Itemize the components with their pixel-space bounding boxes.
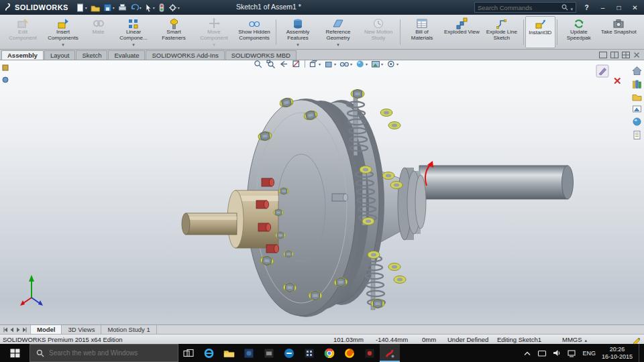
hide-show-items-icon[interactable] bbox=[339, 60, 352, 68]
tab-motion-study-1[interactable]: Motion Study 1 bbox=[101, 325, 156, 334]
pane-quad-icon[interactable] bbox=[622, 52, 630, 58]
previous-view-icon[interactable] bbox=[279, 60, 288, 68]
tab-solidworks-mbd[interactable]: SOLIDWORKS MBD bbox=[225, 50, 297, 60]
options-button[interactable] bbox=[168, 2, 180, 13]
custom-properties-icon[interactable] bbox=[632, 130, 642, 140]
taskbar-app-solidworks[interactable] bbox=[380, 344, 400, 362]
show-hidden-components-icon bbox=[248, 17, 261, 29]
ribbon-button-move-component[interactable]: Move Component bbox=[194, 16, 234, 48]
file-explorer-icon[interactable] bbox=[632, 93, 642, 101]
pane-single-icon[interactable] bbox=[599, 52, 607, 58]
ribbon-button-new-motion-study[interactable]: New Motion Study bbox=[358, 16, 398, 48]
action-center-icon[interactable] bbox=[537, 349, 547, 357]
open-document-button[interactable] bbox=[90, 2, 101, 13]
graphics-area[interactable]: ✕ Model 3D Views Motion Study 1 bbox=[0, 60, 644, 334]
zoom-fit-icon[interactable] bbox=[254, 60, 263, 68]
display-style-icon[interactable] bbox=[324, 60, 336, 68]
show-desktop-button[interactable] bbox=[639, 344, 642, 362]
tab-solidworks-addins[interactable]: SOLIDWORKS Add-Ins bbox=[146, 50, 224, 60]
taskbar-clock[interactable]: 20:26 16-10-2015 bbox=[602, 346, 633, 361]
show-hidden-icons-chevron-icon[interactable] bbox=[523, 350, 531, 357]
assembly-tree-icon[interactable] bbox=[1, 64, 9, 72]
search-scope-dropdown[interactable] bbox=[570, 1, 573, 13]
save-button[interactable] bbox=[103, 2, 115, 13]
volume-icon[interactable] bbox=[553, 349, 561, 357]
ribbon-button-insert-components[interactable]: Insert Components bbox=[43, 16, 83, 48]
undo-icon bbox=[130, 3, 139, 12]
tab-scroll-left-icon[interactable] bbox=[10, 327, 14, 333]
ribbon-button-update-speedpak[interactable]: Update Speedpak bbox=[559, 16, 599, 48]
ribbon-button-explode-line-sketch[interactable]: Explode Line Sketch bbox=[482, 16, 522, 48]
edit-component-icon bbox=[16, 17, 30, 29]
print-button[interactable] bbox=[117, 2, 127, 13]
ribbon-button-exploded-view[interactable]: Exploded View bbox=[442, 16, 482, 48]
tab-assembly[interactable]: Assembly bbox=[1, 50, 44, 60]
ribbon-button-show-hidden-components[interactable]: Show Hidden Components bbox=[234, 16, 274, 48]
sketch-tree-icon[interactable] bbox=[1, 76, 9, 84]
help-button[interactable]: ? bbox=[581, 4, 592, 11]
maximize-button[interactable]: □ bbox=[613, 4, 625, 11]
start-button[interactable] bbox=[0, 344, 30, 362]
view-palette-icon[interactable] bbox=[632, 105, 642, 113]
ribbon-button-mate[interactable]: Mate bbox=[83, 16, 113, 48]
design-library-icon[interactable] bbox=[632, 79, 642, 89]
select-tool-button[interactable] bbox=[144, 2, 156, 13]
zoom-area-icon[interactable] bbox=[266, 60, 276, 68]
close-button[interactable]: ✕ bbox=[629, 4, 641, 11]
taskbar-app-calculator[interactable] bbox=[299, 344, 319, 362]
tab-layout[interactable]: Layout bbox=[44, 50, 76, 60]
taskbar-search[interactable] bbox=[30, 344, 178, 362]
pane-split-icon[interactable] bbox=[610, 52, 619, 58]
apply-scene-icon[interactable] bbox=[371, 60, 383, 68]
taskbar-search-input[interactable] bbox=[49, 349, 172, 357]
tab-scroll-right-icon[interactable] bbox=[16, 327, 20, 333]
tab-3d-views[interactable]: 3D Views bbox=[62, 325, 101, 334]
ribbon-button-reference-geometry[interactable]: Reference Geometry bbox=[318, 16, 358, 48]
view-settings-icon[interactable] bbox=[386, 60, 398, 68]
minimize-button[interactable]: – bbox=[597, 4, 608, 11]
command-search[interactable] bbox=[474, 2, 576, 13]
taskbar-app-chrome[interactable] bbox=[319, 344, 339, 362]
ribbon-button-label: Update Speedpak bbox=[561, 29, 597, 42]
exit-sketch-icon[interactable] bbox=[596, 64, 609, 78]
ribbon-button-linear-component-pattern[interactable]: Linear Compone... bbox=[113, 16, 154, 48]
undo-button[interactable] bbox=[129, 2, 142, 13]
tab-scroll-controls[interactable] bbox=[0, 325, 31, 334]
taskbar-app-store[interactable] bbox=[259, 344, 279, 362]
taskbar-app-file-explorer[interactable] bbox=[219, 344, 239, 362]
tab-scroll-first-icon[interactable] bbox=[3, 327, 8, 333]
ribbon-button-smart-fasteners[interactable]: Smart Fasteners bbox=[154, 16, 194, 48]
print-icon bbox=[118, 3, 127, 12]
command-search-input[interactable] bbox=[478, 4, 559, 11]
ribbon-button-take-snapshot[interactable]: Take Snapshot bbox=[599, 16, 639, 48]
taskbar-app-photos[interactable] bbox=[239, 344, 259, 362]
ribbon-button-edit-component[interactable]: Edit Component bbox=[3, 16, 43, 48]
network-icon[interactable] bbox=[568, 349, 576, 357]
view-orientation-icon[interactable] bbox=[309, 60, 321, 68]
new-document-button[interactable] bbox=[75, 2, 88, 13]
ribbon-button-assembly-features[interactable]: Assembly Features bbox=[278, 16, 318, 48]
taskbar-app-hp[interactable] bbox=[279, 344, 299, 362]
ribbon-button-label: Reference Geometry bbox=[320, 29, 356, 42]
close-pane-icon[interactable] bbox=[633, 52, 640, 58]
task-view-button[interactable] bbox=[178, 344, 199, 362]
ribbon-button-instant3d[interactable]: Instant3D bbox=[525, 16, 555, 48]
ribbon-button-bill-of-materials[interactable]: Bill of Materials bbox=[402, 16, 442, 48]
taskbar-app-firefox[interactable] bbox=[339, 344, 360, 362]
language-indicator[interactable]: ENG bbox=[582, 350, 596, 357]
section-view-icon[interactable] bbox=[292, 60, 301, 68]
tab-evaluate[interactable]: Evaluate bbox=[108, 50, 145, 60]
units-selector[interactable]: MMGS bbox=[562, 336, 587, 343]
clock-time: 20:26 bbox=[602, 346, 633, 353]
tab-model[interactable]: Model bbox=[31, 325, 62, 334]
edit-appearance-icon[interactable] bbox=[356, 60, 368, 68]
tab-scroll-last-icon[interactable] bbox=[22, 327, 27, 333]
taskbar-app-edge[interactable] bbox=[199, 344, 219, 362]
appearances-icon[interactable] bbox=[632, 117, 642, 127]
taskbar-app-media[interactable] bbox=[360, 344, 380, 362]
model-3d-view[interactable] bbox=[0, 60, 644, 334]
home-icon[interactable] bbox=[632, 66, 642, 76]
cancel-sketch-icon[interactable]: ✕ bbox=[613, 76, 622, 86]
tab-sketch[interactable]: Sketch bbox=[76, 50, 107, 60]
rebuild-button[interactable] bbox=[158, 2, 166, 13]
